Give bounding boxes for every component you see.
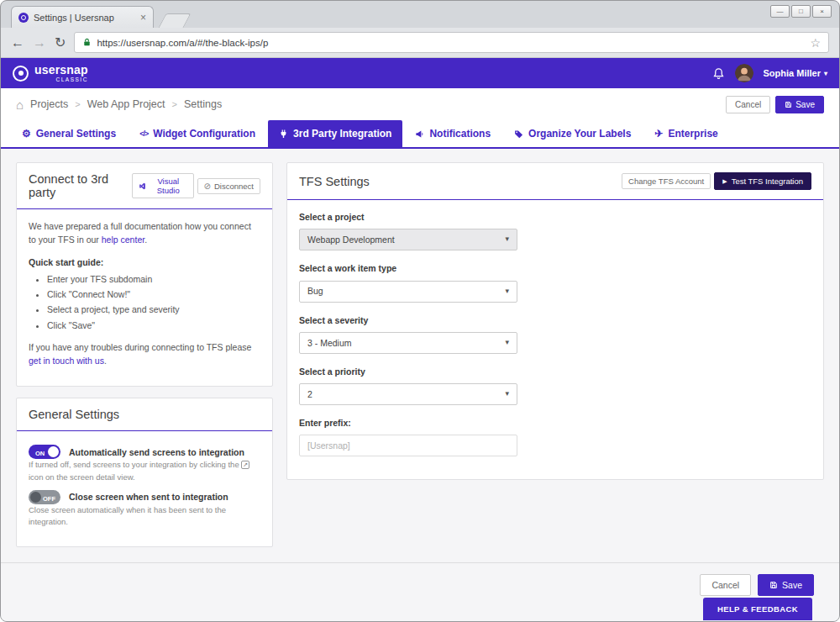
disconnect-button[interactable]: ⊘ Disconnect (197, 178, 260, 194)
maximize-button[interactable]: □ (791, 5, 811, 18)
list-item: Click "Save" (47, 319, 260, 332)
settings-tabs: ⚙ General Settings </> Widget Configurat… (1, 120, 839, 149)
cancel-button[interactable]: Cancel (700, 574, 751, 596)
field-select-project: Select a project Webapp Development ▾ (299, 210, 811, 250)
severity-select[interactable]: 3 - Medium ▾ (299, 332, 517, 354)
url-text: https://usersnap.com/a/#/the-black-ips/p (97, 38, 268, 48)
save-button[interactable]: Save (758, 574, 814, 596)
close-button[interactable]: × (812, 5, 832, 18)
period: . (144, 235, 147, 245)
user-avatar[interactable] (735, 64, 753, 82)
test-tfs-integration-label: Test TFS Integration (732, 177, 803, 186)
minimize-button[interactable]: — (770, 5, 790, 18)
notifications-bell-icon[interactable] (712, 67, 725, 80)
troubles-text-main: If you have any troubles during connecti… (29, 342, 251, 352)
help-feedback-button[interactable]: HELP & FEEDBACK (703, 598, 812, 620)
tab-general-settings[interactable]: ⚙ General Settings (11, 120, 127, 147)
back-button[interactable]: ← (11, 36, 24, 50)
visual-studio-icon (139, 182, 146, 190)
footer-actions: Cancel Save (1, 562, 839, 596)
browser-titlebar: Settings | Usersnap × — □ × (1, 1, 839, 28)
card-title: TFS Settings (299, 175, 370, 188)
toggle-title: Close screen when sent to integration (69, 490, 228, 503)
lock-icon (82, 38, 92, 47)
tab-organize-your-labels[interactable]: Organize Your Labels (503, 120, 642, 147)
usersnap-logo-icon (13, 66, 29, 82)
usersnap-logo[interactable]: usersnap CLASSIC (13, 64, 88, 83)
new-tab-button[interactable] (158, 13, 191, 28)
breadcrumb-project-name[interactable]: Web App Project (87, 98, 165, 110)
auto-send-toggle[interactable]: ON (29, 445, 60, 459)
field-priority: Select a priority 2 ▾ (299, 365, 811, 405)
settings-content: Connect to 3rd party Visual Studio ⊘ Dis… (1, 149, 839, 621)
toggle-state-label: OFF (43, 494, 55, 504)
field-prefix: Enter prefix: (299, 416, 811, 456)
home-icon[interactable]: ⌂ (16, 98, 24, 112)
tab-label: General Settings (36, 128, 116, 140)
work-item-type-select[interactable]: Bug ▾ (299, 281, 517, 303)
toggle-description: If turned off, send screens to your inte… (29, 459, 260, 483)
tfs-settings-card: TFS Settings Change TFS Account ▶ Test T… (286, 162, 824, 480)
breadcrumb-separator: > (75, 99, 80, 109)
address-bar[interactable]: https://usersnap.com/a/#/the-black-ips/p… (74, 32, 829, 53)
user-menu[interactable]: Sophia Miller ▾ (764, 68, 827, 78)
forward-button[interactable]: → (33, 36, 46, 50)
browser-window: Settings | Usersnap × — □ × ← → ↻ https:… (0, 0, 840, 622)
tab-widget-configuration[interactable]: </> Widget Configuration (129, 120, 266, 147)
list-item: Click "Connect Now!" (47, 287, 260, 301)
test-tfs-integration-button[interactable]: ▶ Test TFS Integration (714, 172, 811, 190)
tab-3rd-party-integration[interactable]: 3rd Party Integration (268, 120, 402, 147)
tab-enterprise[interactable]: ✈ Enterprise (643, 120, 728, 147)
list-item: Enter your TFS subdomain (47, 272, 260, 286)
field-severity: Select a severity 3 - Medium ▾ (299, 314, 811, 354)
general-settings-body: ON Automatically send screens to integra… (17, 431, 272, 546)
change-tfs-account-button[interactable]: Change TFS Account (622, 173, 711, 189)
intro-text: We have prepared a full documentation ho… (29, 219, 260, 247)
tab-close-icon[interactable]: × (140, 13, 146, 23)
toggle-knob (48, 446, 59, 457)
breadcrumb-actions: Cancel Save (726, 96, 824, 113)
refresh-button[interactable]: ↻ (55, 36, 66, 50)
priority-select[interactable]: 2 ▾ (299, 383, 517, 405)
card-title: General Settings (29, 408, 119, 421)
app-header: usersnap CLASSIC Sophia Miller ▾ (1, 58, 839, 88)
save-icon (785, 101, 792, 108)
browser-navbar: ← → ↻ https://usersnap.com/a/#/the-black… (1, 28, 839, 58)
toggle-description: Close screen automatically when it has b… (29, 504, 260, 529)
breadcrumb-projects[interactable]: Projects (30, 98, 68, 110)
tfs-settings-body: Select a project Webapp Development ▾ Se… (287, 200, 823, 479)
auto-send-toggle-row: ON Automatically send screens to integra… (29, 445, 260, 459)
select-value: Bug (307, 284, 323, 298)
prefix-input[interactable] (299, 435, 517, 456)
tab-notifications[interactable]: Notifications (404, 120, 501, 147)
field-label: Enter prefix: (299, 416, 811, 430)
caret-down-icon: ▾ (505, 286, 509, 298)
select-value: Webapp Development (307, 233, 395, 246)
tab-label: Notifications (429, 128, 491, 140)
save-button-label: Save (782, 580, 802, 590)
select-value: 2 (307, 387, 312, 401)
tag-icon (514, 129, 523, 139)
close-screen-toggle[interactable]: OFF (29, 490, 60, 504)
external-link-icon: ↗ (241, 461, 249, 469)
get-in-touch-link[interactable]: get in touch with us (29, 356, 104, 366)
connect-card-header: Connect to 3rd party Visual Studio ⊘ Dis… (17, 163, 272, 209)
field-work-item-type: Select a work item type Bug ▾ (299, 261, 811, 302)
help-center-link[interactable]: help center (102, 235, 144, 245)
caret-down-icon: ▾ (505, 337, 509, 349)
toggle-description-text: icon on the screen detail view. (29, 472, 135, 482)
bookmark-star-icon[interactable]: ☆ (810, 36, 821, 50)
visual-studio-button[interactable]: Visual Studio (132, 173, 194, 198)
card-title: Connect to 3rd party (29, 172, 132, 199)
browser-tab[interactable]: Settings | Usersnap × (11, 6, 154, 28)
save-button[interactable]: Save (775, 96, 824, 113)
caret-down-icon: ▾ (824, 70, 827, 77)
tfs-settings-header: TFS Settings Change TFS Account ▶ Test T… (287, 163, 823, 200)
period: . (104, 356, 107, 366)
troubles-text: If you have any troubles during connecti… (29, 340, 260, 368)
connect-card-body: We have prepared a full documentation ho… (17, 209, 272, 386)
code-icon: </> (139, 130, 148, 138)
cancel-button[interactable]: Cancel (726, 96, 770, 113)
project-select[interactable]: Webapp Development ▾ (299, 229, 517, 250)
window-controls: — □ × (770, 5, 832, 18)
